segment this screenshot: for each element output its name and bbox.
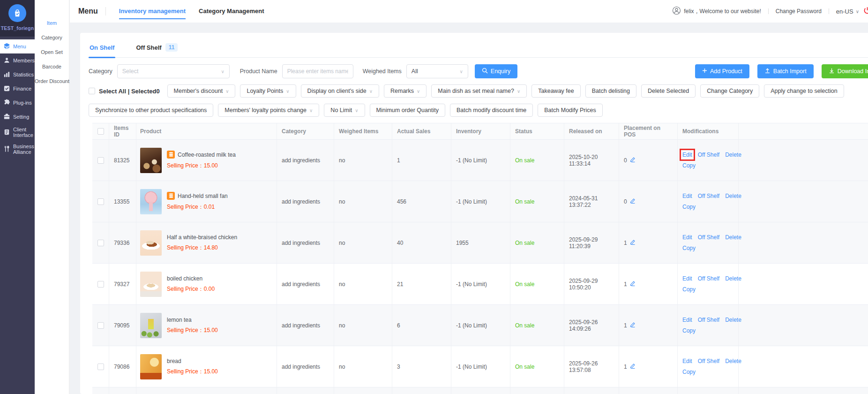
- logout-power-icon[interactable]: [863, 6, 868, 16]
- subsidebar-item-item[interactable]: Item: [35, 16, 69, 30]
- edit-pencil-icon[interactable]: [630, 239, 636, 246]
- pos-placement-value: 1: [624, 322, 627, 329]
- copy-link[interactable]: Copy: [682, 245, 696, 251]
- status-badge: On sale: [515, 281, 534, 288]
- off-shelf-link[interactable]: Off Shelf: [698, 317, 719, 323]
- add-product-button[interactable]: Add Product: [695, 64, 749, 78]
- language-selector[interactable]: en-US: [836, 8, 859, 15]
- main-dish-set-meal-button[interactable]: Main dish as set meal name?: [431, 84, 527, 98]
- header-checkbox[interactable]: [97, 128, 104, 135]
- subsidebar-item-order-discount[interactable]: Order Discount: [35, 74, 69, 89]
- remarks-button[interactable]: Remarks: [384, 84, 427, 98]
- sidebar-item-statistics[interactable]: Statistics: [0, 68, 35, 82]
- plus-icon: [702, 68, 707, 75]
- copy-link[interactable]: Copy: [682, 327, 696, 334]
- sidebar-item-business-alliance[interactable]: Business Alliance: [0, 141, 35, 158]
- edit-link[interactable]: Edit: [682, 193, 692, 199]
- tab-on-shelf[interactable]: On Shelf: [89, 41, 115, 57]
- selling-price: Selling Price：0.01: [167, 203, 228, 211]
- table-header: Items ID Product Category Weighed Items …: [92, 123, 868, 140]
- subsidebar-item-category[interactable]: Category: [35, 30, 69, 45]
- col-placement-on-pos: Placement on POS: [619, 123, 678, 139]
- download-import-template-button[interactable]: Download Import Template: [822, 64, 868, 78]
- tab-category-management[interactable]: Category Management: [199, 0, 264, 23]
- subsidebar-item-open-set[interactable]: Open Set: [35, 45, 69, 60]
- col-category: Category: [277, 123, 334, 139]
- primary-sidebar: TEST_foriegn Menu Members Statistics Fin…: [0, 0, 35, 394]
- col-status: Status: [510, 123, 564, 139]
- no-limit-button[interactable]: No Limit: [324, 104, 365, 117]
- item-id: 79336: [114, 240, 129, 246]
- copy-link[interactable]: Copy: [682, 369, 696, 375]
- minimum-order-quantity-button[interactable]: Minimum order Quantity: [370, 104, 445, 117]
- pos-placement-value: 0: [624, 157, 627, 164]
- edit-pencil-icon[interactable]: [630, 280, 636, 288]
- download-icon: [829, 68, 835, 75]
- subsidebar-item-barcode[interactable]: Barcode: [35, 60, 69, 74]
- copy-link[interactable]: Copy: [682, 286, 696, 293]
- edit-link[interactable]: Edit: [682, 358, 692, 364]
- fork-spoon-icon: [3, 145, 10, 153]
- inventory-value: -1 (No Limit): [456, 322, 487, 329]
- edit-pencil-icon[interactable]: [630, 157, 636, 164]
- batch-delisting-button[interactable]: Batch delisting: [585, 84, 636, 98]
- row-checkbox[interactable]: [97, 198, 104, 205]
- batch-modify-prices-button[interactable]: Batch Modify Prices: [538, 104, 602, 117]
- tab-inventory-management[interactable]: Inventory management: [119, 0, 186, 23]
- off-shelf-link[interactable]: Off Shelf: [698, 358, 719, 364]
- sidebar-item-client-interface[interactable]: Client Interface: [0, 124, 35, 141]
- edit-pencil-icon[interactable]: [630, 198, 636, 205]
- row-checkbox[interactable]: [97, 240, 104, 246]
- sidebar-item-finance[interactable]: Finance: [0, 82, 35, 96]
- upload-icon: [764, 68, 771, 75]
- product-name-input[interactable]: [282, 64, 353, 78]
- sidebar-item-members[interactable]: Members: [0, 53, 35, 68]
- edit-pencil-icon[interactable]: [630, 363, 636, 370]
- edit-link[interactable]: Edit: [682, 317, 692, 323]
- welcome-text: felix，Welcome to our website!: [684, 8, 761, 15]
- edit-pencil-icon[interactable]: [630, 322, 636, 329]
- copy-link[interactable]: Copy: [682, 204, 696, 210]
- loyalty-points-button[interactable]: Loyalty Points: [240, 84, 296, 98]
- display-on-client-side-button[interactable]: Display on client's side: [301, 84, 379, 98]
- members-loyalty-points-change-button[interactable]: Members' loyalty points change: [218, 104, 319, 117]
- item-id: 79327: [114, 281, 129, 288]
- brand-block: TEST_foriegn: [0, 0, 35, 37]
- released-on-value: 2025-09-29 10:50:20: [569, 278, 614, 291]
- sidebar-item-menu[interactable]: Menu: [0, 39, 35, 53]
- ingredients-badge-icon: [167, 192, 175, 200]
- row-checkbox[interactable]: [97, 157, 104, 164]
- col-released-on: Released on: [564, 123, 619, 139]
- change-password-link[interactable]: Change Password: [776, 8, 822, 15]
- batch-modify-discount-time-button[interactable]: Batch modify discount time: [450, 104, 533, 117]
- actual-sales-value: 40: [397, 240, 403, 246]
- enquiry-button[interactable]: Enquiry: [475, 64, 517, 78]
- edit-link[interactable]: Edit: [682, 152, 692, 158]
- weighed-items-select[interactable]: All: [406, 64, 468, 78]
- table-row: 79095 lemon tea Selling Price：15.00 add …: [92, 305, 868, 346]
- synchronize-specifications-button[interactable]: Synchronize to other product specificati…: [89, 104, 213, 117]
- select-all-checkbox[interactable]: [89, 88, 95, 94]
- table-row: 79086 bread Selling Price：15.00 add ingr…: [92, 346, 868, 387]
- sidebar-item-plugins[interactable]: Plug-ins: [0, 96, 35, 110]
- category-select[interactable]: Select: [117, 64, 230, 78]
- product-name: bread: [167, 358, 181, 364]
- members-discount-button[interactable]: Member's discount: [167, 84, 236, 98]
- off-shelf-link[interactable]: Off Shelf: [698, 152, 719, 158]
- tab-off-shelf[interactable]: Off Shelf 11: [135, 41, 179, 57]
- edit-link[interactable]: Edit: [682, 275, 692, 282]
- off-shelf-link[interactable]: Off Shelf: [698, 275, 719, 282]
- change-category-button[interactable]: Change Category: [700, 84, 759, 98]
- row-checkbox[interactable]: [97, 281, 104, 288]
- batch-import-button[interactable]: Batch Import: [757, 64, 814, 78]
- off-shelf-link[interactable]: Off Shelf: [698, 193, 719, 199]
- row-checkbox[interactable]: [97, 364, 104, 370]
- edit-link[interactable]: Edit: [682, 234, 692, 241]
- sidebar-item-setting[interactable]: Setting: [0, 110, 35, 124]
- off-shelf-link[interactable]: Off Shelf: [698, 234, 719, 241]
- row-checkbox[interactable]: [97, 322, 104, 329]
- delete-selected-button[interactable]: Delete Selected: [641, 84, 696, 98]
- apply-change-to-selection-button[interactable]: Apply change to selection: [764, 84, 844, 98]
- takeaway-fee-button[interactable]: Takeaway fee: [531, 84, 580, 98]
- copy-link[interactable]: Copy: [682, 162, 696, 169]
